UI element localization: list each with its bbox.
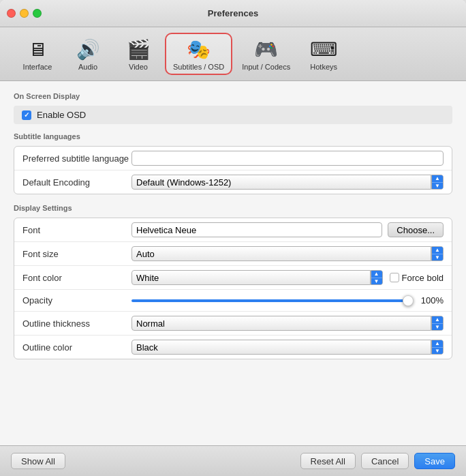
minimize-button[interactable]: [20, 9, 29, 18]
font-color-down-btn[interactable]: ▼: [371, 278, 382, 285]
default-encoding-row: Default Encoding Default (Windows-1252) …: [14, 170, 452, 194]
outline-color-label: Outline color: [22, 342, 131, 353]
reset-all-button[interactable]: Reset All: [300, 453, 356, 469]
outline-thickness-down-btn[interactable]: ▼: [432, 324, 443, 331]
outline-color-select[interactable]: Black White Red Yellow: [131, 340, 431, 355]
toolbar-item-interface[interactable]: 🖥 Interface: [14, 34, 61, 74]
bottom-bar: Show All Reset All Cancel Save: [0, 445, 466, 476]
toolbar-label-hotkeys: Hotkeys: [310, 63, 337, 71]
subtitles-icon: 🎭: [187, 37, 211, 61]
default-encoding-up-btn[interactable]: ▲: [432, 175, 443, 183]
bottom-right-buttons: Reset All Cancel Save: [300, 453, 455, 469]
close-button[interactable]: [7, 9, 16, 18]
default-encoding-control: Default (Windows-1252) UTF-8 ISO-8859-1 …: [131, 175, 444, 190]
opacity-value: 100%: [419, 295, 444, 306]
opacity-group: 100%: [131, 295, 444, 306]
display-settings-header: Display Settings: [14, 204, 452, 212]
display-settings-section: Font Choose... Font size Auto Small Medi…: [14, 218, 452, 359]
toolbar-item-input[interactable]: 🎮 Input / Codecs: [235, 34, 297, 74]
font-color-stepper: ▲ ▼: [371, 270, 383, 285]
preferred-language-row: Preferred subtitle language: [14, 147, 452, 170]
maximize-button[interactable]: [33, 9, 42, 18]
content-area: On Screen Display Enable OSD Subtitle la…: [0, 81, 466, 445]
toolbar-label-video: Video: [129, 63, 148, 71]
font-size-select[interactable]: Auto Small Medium Large: [131, 246, 431, 261]
outline-thickness-select[interactable]: Normal Thin Thick None: [131, 316, 431, 331]
cancel-button[interactable]: Cancel: [361, 453, 409, 469]
font-color-up-btn[interactable]: ▲: [371, 271, 382, 278]
font-size-up-btn[interactable]: ▲: [432, 247, 443, 254]
toolbar-item-hotkeys[interactable]: ⌨ Hotkeys: [300, 34, 347, 74]
force-bold-group: Force bold: [390, 273, 444, 283]
default-encoding-label: Default Encoding: [22, 177, 131, 188]
subtitle-languages-header: Subtitle languages: [14, 132, 452, 140]
window-title: Preferences: [208, 8, 258, 18]
default-encoding-down-btn[interactable]: ▼: [432, 183, 443, 190]
outline-color-up-btn[interactable]: ▲: [432, 340, 443, 348]
outline-color-select-group: Black White Red Yellow ▲ ▼: [131, 340, 444, 355]
outline-color-control: Black White Red Yellow ▲ ▼: [131, 340, 444, 355]
font-color-group: White Black Red Yellow ▲ ▼ Force bold: [131, 270, 444, 285]
outline-thickness-label: Outline thickness: [22, 318, 131, 329]
font-label: Font: [22, 225, 131, 235]
outline-thickness-select-group: Normal Thin Thick None ▲ ▼: [131, 316, 444, 331]
font-size-stepper: ▲ ▼: [431, 246, 444, 261]
font-size-control: Auto Small Medium Large ▲ ▼: [131, 246, 444, 261]
enable-osd-label: Enable OSD: [37, 110, 86, 120]
default-encoding-select-group: Default (Windows-1252) UTF-8 ISO-8859-1 …: [131, 175, 444, 190]
outline-color-down-btn[interactable]: ▼: [432, 348, 443, 355]
opacity-row: Opacity 100%: [14, 290, 452, 312]
titlebar: Preferences: [0, 0, 466, 27]
opacity-slider-thumb[interactable]: [403, 295, 414, 306]
font-color-select-group: White Black Red Yellow ▲ ▼: [131, 270, 383, 285]
default-encoding-select[interactable]: Default (Windows-1252) UTF-8 ISO-8859-1: [131, 175, 431, 190]
font-row: Font Choose...: [14, 218, 452, 242]
input-icon: 🎮: [254, 37, 279, 61]
outline-color-row: Outline color Black White Red Yellow ▲ ▼: [14, 336, 452, 359]
interface-icon: 🖥: [25, 37, 50, 61]
force-bold-label: Force bold: [402, 273, 444, 283]
video-icon: 🎬: [126, 37, 151, 61]
toolbar: 🖥 Interface 🔊 Audio 🎬 Video 🎭 Subtitles …: [0, 27, 466, 81]
hotkeys-icon: ⌨: [311, 37, 336, 61]
preferred-language-control: [131, 151, 444, 166]
toolbar-item-video[interactable]: 🎬 Video: [114, 34, 162, 74]
opacity-slider-track[interactable]: [131, 299, 414, 302]
preferred-language-label: Preferred subtitle language: [22, 153, 131, 164]
force-bold-checkbox[interactable]: [390, 273, 399, 282]
show-all-button[interactable]: Show All: [11, 453, 65, 469]
enable-osd-checkbox[interactable]: [22, 110, 31, 120]
audio-icon: 🔊: [76, 37, 100, 61]
font-size-select-group: Auto Small Medium Large ▲ ▼: [131, 246, 444, 261]
outline-thickness-up-btn[interactable]: ▲: [432, 316, 443, 324]
font-color-label: Font color: [22, 273, 131, 283]
outline-color-stepper: ▲ ▼: [431, 340, 444, 355]
outline-thickness-stepper: ▲ ▼: [431, 316, 444, 331]
osd-section-header: On Screen Display: [14, 92, 452, 100]
font-size-label: Font size: [22, 249, 131, 259]
osd-row: Enable OSD: [14, 106, 452, 124]
preferences-window: Preferences 🖥 Interface 🔊 Audio 🎬 Video …: [0, 0, 466, 476]
toolbar-item-subtitles[interactable]: 🎭 Subtitles / OSD: [165, 33, 232, 75]
font-size-down-btn[interactable]: ▼: [432, 254, 443, 261]
font-color-select[interactable]: White Black Red Yellow: [131, 270, 371, 285]
preferred-language-input[interactable]: [131, 151, 444, 166]
toolbar-label-audio: Audio: [78, 63, 97, 71]
toolbar-label-input: Input / Codecs: [242, 63, 290, 71]
opacity-label: Opacity: [22, 295, 131, 306]
traffic-lights: [7, 9, 42, 18]
save-button[interactable]: Save: [414, 453, 455, 469]
default-encoding-stepper: ▲ ▼: [431, 175, 444, 190]
font-input[interactable]: [131, 222, 382, 237]
font-color-row: Font color White Black Red Yellow ▲ ▼: [14, 266, 452, 290]
subtitle-languages-section: Preferred subtitle language Default Enco…: [14, 146, 452, 194]
outline-thickness-control: Normal Thin Thick None ▲ ▼: [131, 316, 444, 331]
outline-thickness-row: Outline thickness Normal Thin Thick None…: [14, 312, 452, 336]
toolbar-label-subtitles: Subtitles / OSD: [173, 63, 224, 71]
font-size-row: Font size Auto Small Medium Large ▲ ▼: [14, 242, 452, 266]
font-input-group: Choose...: [131, 222, 444, 237]
toolbar-label-interface: Interface: [23, 63, 52, 71]
choose-font-button[interactable]: Choose...: [388, 222, 444, 237]
toolbar-item-audio[interactable]: 🔊 Audio: [64, 34, 112, 74]
